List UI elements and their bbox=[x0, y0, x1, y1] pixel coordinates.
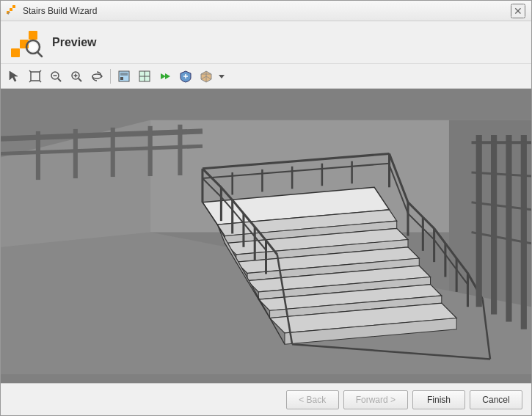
component2-button[interactable] bbox=[135, 67, 154, 86]
svg-marker-11 bbox=[10, 71, 18, 81]
svg-point-24 bbox=[92, 74, 101, 79]
svg-marker-32 bbox=[161, 73, 166, 79]
select-icon bbox=[8, 70, 21, 83]
main-window: Stairs Build Wizard ✕ Preview bbox=[0, 0, 532, 416]
cancel-button[interactable]: Cancel bbox=[470, 390, 522, 409]
toolbar-separator-1 bbox=[110, 69, 111, 84]
svg-marker-33 bbox=[165, 73, 170, 79]
svg-point-9 bbox=[29, 43, 37, 51]
svg-marker-25 bbox=[101, 75, 103, 78]
chevron-down-icon bbox=[219, 73, 225, 79]
svg-line-23 bbox=[79, 79, 81, 81]
svg-line-16 bbox=[40, 81, 41, 82]
orbit-icon bbox=[90, 70, 103, 83]
preview-area bbox=[1, 89, 531, 383]
header-icon bbox=[10, 25, 45, 60]
svg-rect-2 bbox=[12, 5, 15, 8]
window-icon bbox=[7, 5, 18, 17]
back-button[interactable]: < Back bbox=[286, 390, 339, 409]
svg-rect-1 bbox=[10, 8, 12, 11]
zoom-extents-button[interactable] bbox=[26, 67, 45, 86]
header-section: Preview bbox=[1, 21, 531, 64]
svg-rect-28 bbox=[120, 73, 128, 76]
finish-button[interactable]: Finish bbox=[412, 390, 465, 409]
shield-icon bbox=[179, 70, 192, 83]
zoom-extents-icon bbox=[29, 70, 42, 83]
zoom-in-icon bbox=[70, 70, 83, 83]
window-title: Stairs Build Wizard bbox=[23, 6, 97, 16]
svg-rect-12 bbox=[31, 72, 40, 81]
footer: < Back Forward > Finish Cancel bbox=[1, 383, 531, 415]
svg-line-13 bbox=[29, 70, 31, 72]
zoom-out-icon bbox=[49, 70, 62, 83]
zoom-out-button[interactable] bbox=[46, 67, 65, 86]
orbit-button[interactable] bbox=[87, 67, 106, 86]
component2-icon bbox=[138, 70, 151, 83]
select-tool-button[interactable] bbox=[5, 67, 24, 86]
zoom-in-button[interactable] bbox=[67, 67, 86, 86]
arrow-right-icon bbox=[158, 70, 172, 83]
svg-line-14 bbox=[40, 70, 41, 72]
component1-button[interactable] bbox=[114, 67, 134, 86]
svg-rect-5 bbox=[11, 48, 20, 57]
svg-marker-41 bbox=[219, 75, 225, 79]
svg-line-19 bbox=[58, 79, 61, 81]
header-title: Preview bbox=[52, 36, 96, 49]
stair-preview bbox=[1, 89, 531, 383]
3dbox-icon bbox=[200, 70, 213, 83]
title-bar-left: Stairs Build Wizard bbox=[7, 5, 97, 17]
toolbar bbox=[1, 64, 531, 89]
component3-button[interactable] bbox=[176, 67, 195, 86]
svg-line-10 bbox=[37, 52, 42, 56]
component4-button[interactable] bbox=[197, 67, 216, 86]
svg-rect-7 bbox=[29, 31, 37, 40]
close-button[interactable]: ✕ bbox=[511, 4, 525, 18]
svg-rect-27 bbox=[120, 77, 123, 80]
dropdown-button[interactable] bbox=[217, 67, 226, 86]
svg-line-15 bbox=[29, 81, 31, 82]
forward-button[interactable]: Forward > bbox=[343, 390, 408, 409]
forward-action-button[interactable] bbox=[156, 67, 175, 86]
svg-point-4 bbox=[9, 13, 10, 15]
component1-icon bbox=[117, 70, 131, 83]
title-bar: Stairs Build Wizard ✕ bbox=[1, 1, 531, 21]
